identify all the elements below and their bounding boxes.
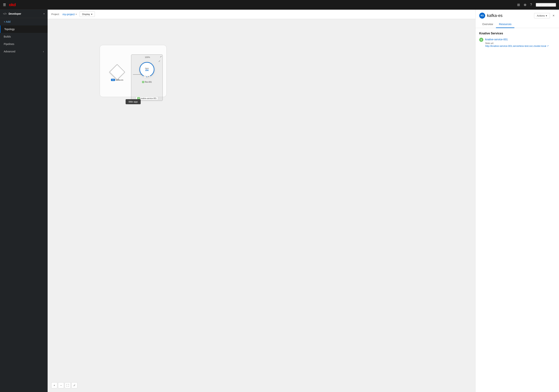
top-nav-right: ⊞ ⊕ ? Ned Username ▾	[517, 3, 556, 7]
build-icon[interactable]: ◆	[147, 75, 150, 78]
project-select[interactable]: my-project ▾	[63, 13, 77, 16]
grid-icon[interactable]: ⊞	[517, 3, 520, 7]
r-badge: R	[142, 81, 144, 83]
project-label: Project:	[51, 13, 59, 16]
ks-container-inner: ⤢ 100% Open JDK	[131, 55, 163, 85]
project-caret-icon: ▾	[76, 13, 77, 15]
panel-header: KS kafka-es Actions ▾ × Overview Resourc…	[475, 10, 559, 28]
topology-canvas[interactable]: ✿ KS kafka-es ⤢	[48, 19, 475, 392]
user-name-label: Ned Username	[536, 3, 554, 6]
sidebar-item-pipelines[interactable]: Pipelines	[0, 40, 48, 48]
toolbar: Project: my-project ▾ Display ▾	[48, 10, 475, 19]
percent-label: 100%	[145, 56, 150, 58]
external-link-icon[interactable]: ⤢	[160, 55, 162, 58]
panel-title-left: KS kafka-es	[479, 13, 503, 18]
panel-tabs: Overview Resources	[479, 21, 555, 28]
user-menu-button[interactable]: Ned Username ▾	[536, 3, 556, 7]
kafka-node[interactable]: ✿ KS kafka-es	[111, 67, 123, 81]
revision-badge: R Rev-001	[142, 81, 152, 83]
revision-label: Rev-001	[145, 81, 152, 83]
actions-caret-icon: ▾	[546, 14, 547, 17]
openjdk-label: Open JDK	[145, 67, 149, 71]
openjdk-action-icons: ↻ ◆	[144, 75, 150, 78]
content-area: Project: my-project ▾ Display ▾ ✿	[48, 10, 475, 392]
right-panel: KS kafka-es Actions ▾ × Overview Resourc…	[475, 10, 559, 392]
sink-uri-text: http://knative-service-001.serverless-te…	[485, 45, 546, 47]
little-app-label: little-app	[126, 99, 140, 104]
kafka-icon: ✿	[116, 70, 119, 74]
display-label: Display	[82, 13, 90, 16]
knative-services-title: Knative Services	[479, 32, 555, 35]
tab-resources[interactable]: Resources	[496, 21, 514, 28]
ks-external-icon[interactable]: ⤢	[158, 60, 160, 62]
zoom-in-button[interactable]: +	[51, 382, 57, 388]
app-logo: okd	[9, 2, 16, 7]
panel-avatar: KS	[479, 13, 485, 18]
main-layout: </> Developer ▾ + Add Topology Builds Pi…	[0, 10, 559, 392]
sidebar-item-advanced[interactable]: Advanced ›	[0, 48, 48, 55]
help-icon[interactable]: ?	[530, 3, 532, 7]
zoom-out-button[interactable]: −	[58, 382, 64, 388]
sidebar: </> Developer ▾ + Add Topology Builds Pi…	[0, 10, 48, 392]
expand-button[interactable]: ⤢	[71, 382, 77, 388]
sink-uri-label: Sink uri:	[485, 42, 549, 45]
kafka-ks-badge: KS	[111, 79, 115, 81]
kafka-diamond-shape: ✿	[109, 64, 125, 80]
panel-content: Knative Services S knative-service-001 S…	[475, 28, 559, 392]
panel-title: kafka-es	[487, 13, 503, 18]
service-details: knative-service-001 Sink uri: http://kna…	[485, 38, 549, 47]
project-name: my-project	[63, 13, 75, 16]
actions-label: Actions	[537, 14, 545, 17]
developer-icon: </>	[3, 12, 7, 15]
tab-overview[interactable]: Overview	[479, 21, 496, 28]
knative-service-item: S knative-service-001 Sink uri: http://k…	[479, 38, 555, 47]
panel-actions-area: Actions ▾ ×	[534, 13, 555, 18]
display-button[interactable]: Display ▾	[80, 11, 95, 17]
sidebar-item-add[interactable]: + Add	[0, 18, 48, 26]
sink-external-icon: ↗	[547, 45, 549, 47]
openjdk-circle: Open JDK	[140, 62, 154, 77]
user-caret-icon: ▾	[555, 4, 556, 6]
advanced-caret-icon: ›	[43, 50, 44, 53]
close-button[interactable]: ×	[552, 13, 555, 18]
sync-icon[interactable]: ↻	[144, 75, 147, 78]
actions-button[interactable]: Actions ▾	[534, 13, 550, 18]
ks-service-name: knative-service-001	[140, 97, 157, 99]
add-icon[interactable]: ⊕	[524, 3, 526, 7]
ks-toolbar: ⤢	[160, 55, 162, 58]
topology-group: ✿ KS kafka-es ⤢	[100, 45, 167, 97]
panel-title-row: KS kafka-es Actions ▾ ×	[479, 13, 555, 18]
sink-uri-link[interactable]: http://knative-service-001.serverless-te…	[485, 45, 549, 47]
fit-to-screen-button[interactable]: ⛶	[65, 382, 71, 388]
zoom-controls: + − ⛶ ⤢	[51, 382, 77, 388]
top-nav: ☰ okd ⊞ ⊕ ? Ned Username ▾	[0, 0, 559, 10]
sidebar-item-topology[interactable]: Topology	[0, 26, 48, 33]
context-label: Developer	[9, 12, 21, 15]
sidebar-item-builds[interactable]: Builds	[0, 33, 48, 40]
service-s-badge: S	[479, 38, 483, 42]
hamburger-icon[interactable]: ☰	[3, 3, 6, 7]
openjdk-node[interactable]: Open JDK ↻ ◆	[140, 62, 154, 77]
sidebar-context[interactable]: </> Developer ▾	[0, 10, 48, 18]
display-caret-icon: ▾	[91, 13, 93, 16]
service-name-link[interactable]: knative-service-001	[485, 38, 508, 41]
ks-container: ⤢ 100% Open JDK	[131, 54, 163, 101]
context-caret-icon: ▾	[44, 13, 45, 15]
